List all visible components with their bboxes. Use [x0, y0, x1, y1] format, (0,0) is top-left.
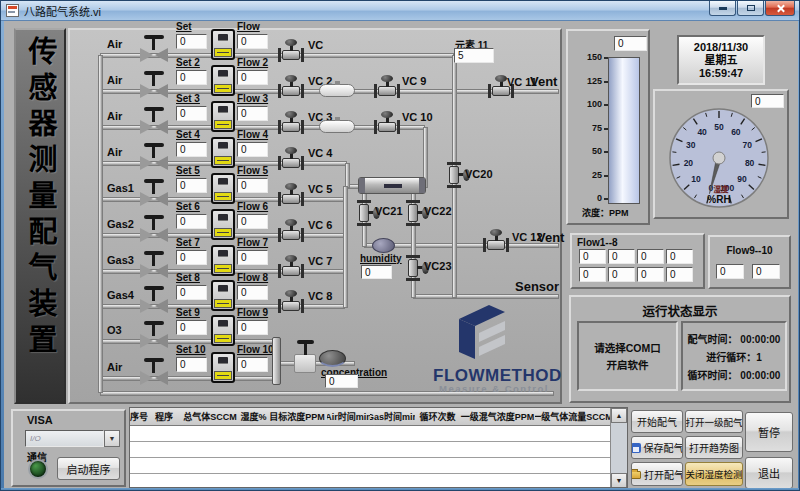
table-cell[interactable]	[327, 442, 371, 458]
table-cell[interactable]	[370, 426, 416, 442]
table-cell[interactable]	[327, 426, 371, 442]
set-input[interactable]: 0	[176, 285, 207, 300]
titlebar[interactable]: 八路配气系统.vi	[1, 1, 800, 21]
mfc-display	[218, 214, 228, 221]
valve-tri-right	[155, 84, 168, 98]
set-label: Set 8	[176, 272, 200, 283]
table-cell[interactable]	[370, 458, 416, 474]
program-table[interactable]: 序号程序总气体SCCM湿度%目标浓度PPMAir时间minGas时间min循环次…	[129, 407, 628, 488]
set-input[interactable]: 0	[176, 34, 207, 49]
set-input[interactable]: 0	[176, 250, 207, 265]
table-cell[interactable]	[535, 474, 611, 488]
close-button[interactable]	[765, 1, 795, 16]
vc-valve-icon[interactable]	[277, 290, 307, 314]
valve-body	[378, 86, 396, 96]
valve-tri-left	[140, 192, 153, 206]
open-trend-button[interactable]: 打开趋势图	[685, 436, 743, 459]
maximize-button[interactable]	[737, 1, 764, 16]
table-header-cell: 湿度%	[240, 408, 268, 426]
application-window: 八路配气系统.vi 传感器测量配气装置 0 浓度：PPM 15012510075…	[0, 0, 800, 491]
table-cell[interactable]	[130, 474, 149, 488]
flow-output: 0	[237, 320, 268, 335]
table-cell[interactable]	[130, 458, 149, 474]
vc-valve-icon[interactable]	[277, 75, 307, 99]
pipe	[345, 163, 350, 188]
set-input[interactable]: 0	[176, 106, 207, 121]
table-cell[interactable]	[240, 426, 268, 442]
table-cell[interactable]	[130, 442, 149, 458]
table-cell[interactable]	[460, 474, 536, 488]
vc-valve-icon[interactable]	[277, 147, 307, 171]
vc-valve-icon[interactable]	[373, 111, 403, 135]
table-cell[interactable]	[180, 426, 241, 442]
visa-dropdown-icon[interactable]: ▼	[104, 430, 120, 447]
table-cell[interactable]	[267, 474, 328, 488]
table-cell[interactable]	[267, 458, 328, 474]
open-mixing-button[interactable]: 打开配气	[631, 462, 683, 486]
element11-input[interactable]: 5	[454, 48, 494, 63]
table-cell[interactable]	[148, 442, 181, 458]
mfc-display	[218, 142, 228, 149]
table-cell[interactable]	[148, 458, 181, 474]
table-cell[interactable]	[370, 442, 416, 458]
vc-valve-icon[interactable]	[277, 255, 307, 279]
vc-valve-icon[interactable]	[277, 183, 307, 207]
open-primary-mixing-button[interactable]: 打开一级配气	[685, 410, 743, 433]
table-cell[interactable]	[460, 426, 536, 442]
set-input[interactable]: 0	[176, 357, 207, 372]
scroll-down-icon[interactable]: ▼	[611, 473, 627, 488]
valve-tri-right	[155, 228, 168, 242]
gas-label: Gas3	[107, 254, 134, 266]
table-cell[interactable]	[535, 426, 611, 442]
vc-valve-icon[interactable]	[277, 39, 307, 63]
vc-valve-icon[interactable]	[277, 111, 307, 135]
table-cell[interactable]	[148, 426, 181, 442]
set-input[interactable]: 0	[176, 70, 207, 85]
set-input[interactable]: 0	[176, 142, 207, 157]
table-cell[interactable]	[327, 458, 371, 474]
valve-body	[282, 122, 300, 132]
window-title: 八路配气系统.vi	[24, 3, 101, 19]
start-mixing-button[interactable]: 开始配气	[631, 410, 683, 433]
close-humidity-button[interactable]: 关闭湿度检测	[685, 462, 743, 486]
flange	[278, 84, 281, 98]
vc12-valve-icon[interactable]	[482, 229, 512, 253]
set-label: Set	[176, 21, 192, 32]
visa-combo[interactable]: I/O	[25, 430, 104, 447]
table-cell[interactable]	[240, 458, 268, 474]
table-cell[interactable]	[460, 442, 536, 458]
pause-button[interactable]: 暂停	[745, 412, 793, 452]
set-input[interactable]: 0	[176, 178, 207, 193]
exit-button[interactable]: 退出	[745, 457, 793, 489]
table-cell[interactable]	[415, 426, 461, 442]
table-cell[interactable]	[240, 474, 268, 488]
table-cell[interactable]	[415, 458, 461, 474]
table-cell[interactable]	[267, 426, 328, 442]
table-cell[interactable]	[535, 442, 611, 458]
table-cell[interactable]	[148, 474, 181, 488]
table-cell[interactable]	[180, 442, 241, 458]
table-cell[interactable]	[370, 474, 416, 488]
start-program-button[interactable]: 启动程序	[57, 457, 120, 480]
table-scrollbar[interactable]: ▲▼	[610, 408, 627, 488]
table-cell[interactable]	[130, 426, 149, 442]
set-input[interactable]: 0	[176, 214, 207, 229]
table-cell[interactable]	[327, 474, 371, 488]
table-cell[interactable]	[535, 458, 611, 474]
scroll-up-icon[interactable]: ▲	[611, 408, 627, 423]
vc-valve-icon[interactable]	[373, 75, 403, 99]
minimize-button[interactable]	[709, 1, 736, 16]
set-input[interactable]: 0	[176, 320, 207, 335]
table-cell[interactable]	[460, 458, 536, 474]
vc-valve-icon[interactable]	[277, 219, 307, 243]
table-cell[interactable]	[240, 442, 268, 458]
table-cell[interactable]	[267, 442, 328, 458]
table-cell[interactable]	[180, 474, 241, 488]
mfc-display	[218, 320, 228, 327]
table-cell[interactable]	[180, 458, 241, 474]
valve-tri-left	[140, 48, 153, 62]
save-mixing-button[interactable]: 保存配气	[631, 436, 683, 459]
table-cell[interactable]	[415, 474, 461, 488]
table-cell[interactable]	[415, 442, 461, 458]
actuator-head	[285, 111, 297, 118]
